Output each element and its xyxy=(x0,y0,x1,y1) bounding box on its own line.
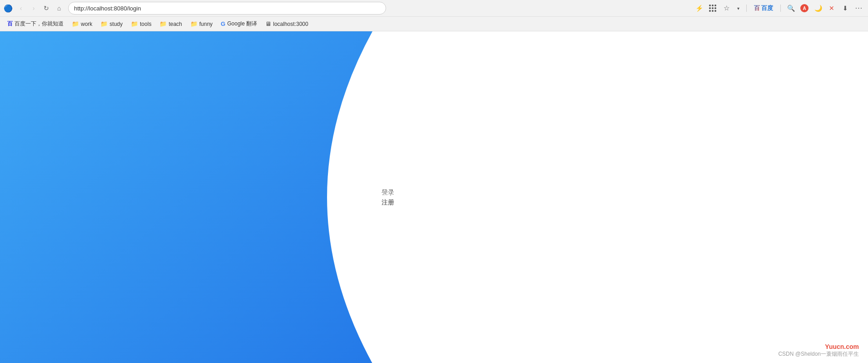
toolbar-separator-2 xyxy=(780,5,781,12)
search-icon[interactable]: 🔍 xyxy=(785,3,796,14)
watermark: Yuucn.com CSDN @Sheldon一蓑烟雨任平生 xyxy=(778,343,859,358)
folder-icon-study: 📁 xyxy=(100,20,108,27)
bookmark-baidu[interactable]: 百 百度一下，你就知道 xyxy=(4,19,67,29)
bookmark-work-label: work xyxy=(81,21,92,27)
register-button[interactable]: 注册 xyxy=(394,207,448,224)
browser-chrome: 🔵 ‹ › ↻ ⌂ ⚡ ☆ xyxy=(0,0,868,31)
thunder-icon[interactable]: ⚡ xyxy=(694,3,704,14)
bookmark-google-translate[interactable]: G Google 翻译 xyxy=(217,19,261,29)
csdn-text: CSDN @Sheldon一蓑烟雨任平生 xyxy=(778,351,859,357)
user-icon[interactable]: A xyxy=(799,3,810,14)
bookmarks-bar: 百 百度一下，你就知道 📁 work 📁 study 📁 tools 📁 tea… xyxy=(0,16,868,31)
folder-icon-funny: 📁 xyxy=(190,20,198,27)
extensions-icon[interactable] xyxy=(707,3,718,14)
blue-curve-svg xyxy=(0,31,372,363)
back-button[interactable]: ‹ xyxy=(15,3,26,14)
google-translate-icon: G xyxy=(221,20,225,27)
refresh-button[interactable]: ↻ xyxy=(41,3,52,14)
favorite-dropdown-icon[interactable]: ▾ xyxy=(734,3,742,14)
bookmark-study[interactable]: 📁 study xyxy=(97,19,126,29)
bookmark-tools-label: tools xyxy=(140,21,151,27)
hero-subtitle: Gentiely down the stream xyxy=(356,188,486,196)
bookmark-teach-label: teach xyxy=(169,21,182,27)
yuucn-link[interactable]: Yuucn.com xyxy=(825,343,859,350)
bookmark-tools[interactable]: 📁 tools xyxy=(127,19,155,29)
toolbar-separator xyxy=(746,5,747,12)
browser-right-icons: ⚡ ☆ ▾ 百 百度 xyxy=(694,3,864,14)
browser-toolbar: 🔵 ‹ › ↻ ⌂ ⚡ ☆ xyxy=(0,0,868,16)
menu-button[interactable]: ··· xyxy=(853,3,864,14)
bookmark-localhost-3000[interactable]: 🖥 localhost:3000 xyxy=(262,19,312,29)
page-content: Row,row,row your boat Gentiely down the … xyxy=(0,31,868,363)
bookmark-google-translate-label: Google 翻译 xyxy=(227,20,257,28)
bookmark-localhost-3000-label: localhost:3000 xyxy=(273,21,308,27)
download-icon[interactable]: ⬇ xyxy=(840,3,851,14)
bookmark-study-label: study xyxy=(109,21,123,27)
baidu-button[interactable]: 百 百度 xyxy=(751,3,776,13)
hero-title: Row,row,row your boat xyxy=(356,170,486,184)
bookmark-baidu-label: 百度一下，你就知道 xyxy=(15,20,64,28)
tab-favicon: 🔵 xyxy=(4,4,13,13)
settings-icon[interactable]: ✕ xyxy=(826,3,837,14)
address-bar[interactable] xyxy=(68,2,386,15)
folder-icon-teach: 📁 xyxy=(159,20,167,27)
hero-content: Row,row,row your boat Gentiely down the … xyxy=(356,170,486,224)
folder-icon-work: 📁 xyxy=(72,20,79,27)
home-button[interactable]: ⌂ xyxy=(54,3,64,14)
folder-icon-tools: 📁 xyxy=(131,20,138,27)
blue-section xyxy=(0,31,372,363)
forward-button[interactable]: › xyxy=(28,3,39,14)
bookmark-work[interactable]: 📁 work xyxy=(68,19,96,29)
favorite-icon[interactable]: ☆ xyxy=(721,3,732,14)
bookmark-funny[interactable]: 📁 funny xyxy=(187,19,216,29)
localhost-favicon: 🖥 xyxy=(265,20,271,27)
baidu-favicon: 百 xyxy=(7,20,13,28)
baidu-label: 百度 xyxy=(761,4,773,12)
bookmark-teach[interactable]: 📁 teach xyxy=(156,19,185,29)
bookmark-funny-label: funny xyxy=(199,21,213,27)
moon-icon[interactable]: 🌙 xyxy=(813,3,823,14)
